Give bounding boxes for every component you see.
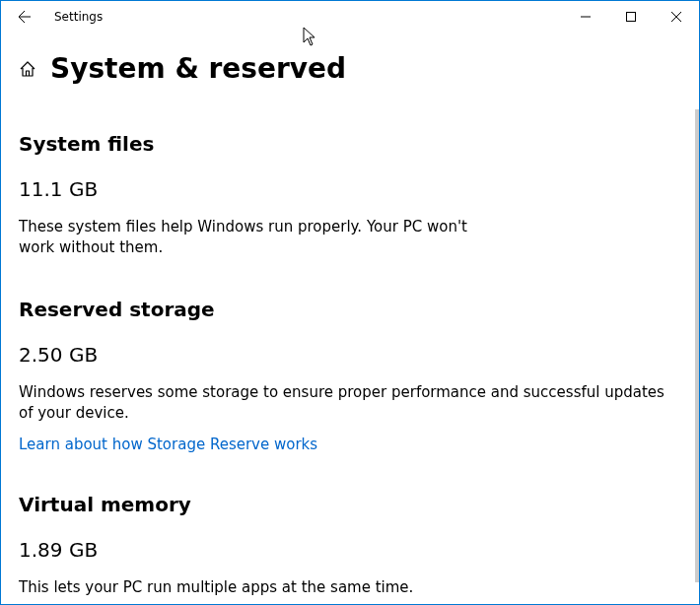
section-title-system-files: System files [19, 132, 681, 156]
scrollbar[interactable] [695, 109, 699, 582]
section-title-reserved-storage: Reserved storage [19, 298, 681, 321]
close-icon [671, 12, 681, 22]
section-reserved-storage: Reserved storage 2.50 GB Windows reserve… [19, 298, 681, 453]
home-icon[interactable] [19, 60, 36, 82]
page-title: System & reserved [50, 52, 346, 85]
reserved-storage-value: 2.50 GB [19, 343, 681, 367]
virtual-memory-desc: This lets your PC run multiple apps at t… [19, 577, 681, 598]
maximize-icon [626, 12, 636, 22]
window-controls [563, 1, 699, 33]
content-area: System & reserved System files 11.1 GB T… [1, 33, 699, 604]
titlebar: Settings [1, 1, 699, 33]
system-files-desc: These system files help Windows run prop… [19, 217, 472, 258]
page-header: System & reserved [19, 52, 681, 85]
maximize-button[interactable] [608, 1, 654, 33]
back-button[interactable] [9, 1, 40, 33]
svg-rect-1 [627, 13, 636, 22]
minimize-button[interactable] [563, 1, 608, 33]
reserved-storage-desc: Windows reserves some storage to ensure … [19, 382, 681, 424]
back-arrow-icon [17, 9, 33, 25]
minimize-icon [581, 12, 591, 22]
close-button[interactable] [654, 1, 699, 33]
virtual-memory-value: 1.89 GB [19, 538, 681, 562]
section-title-virtual-memory: Virtual memory [19, 493, 681, 516]
window-title: Settings [54, 10, 103, 24]
storage-reserve-link[interactable]: Learn about how Storage Reserve works [19, 436, 317, 453]
section-system-files: System files 11.1 GB These system files … [19, 132, 681, 258]
system-files-value: 11.1 GB [19, 177, 681, 201]
section-virtual-memory: Virtual memory 1.89 GB This lets your PC… [19, 493, 681, 598]
